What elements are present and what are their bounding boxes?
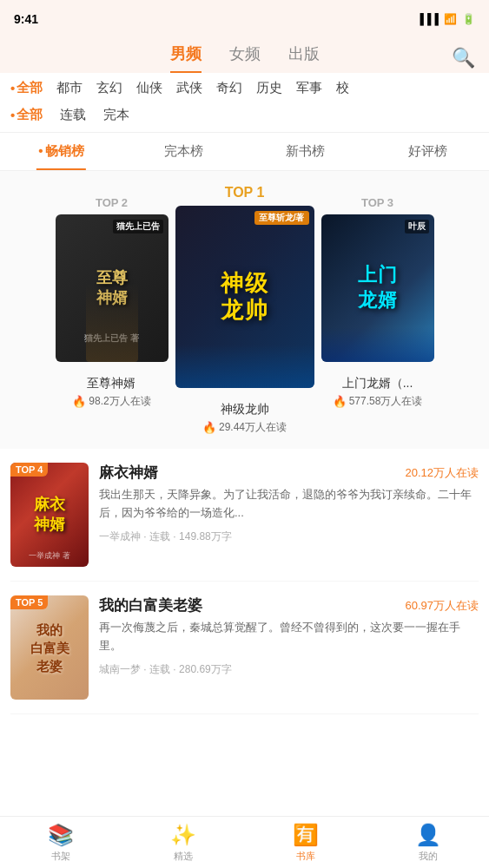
list-title-top5: 我的白富美老婆	[99, 595, 202, 615]
status-all[interactable]: 全部	[10, 107, 43, 123]
top3-wrapper: TOP 2 猫先上已告 至尊神婿 猫先上已告 著 至尊神婿 🔥 98.2万人在读	[0, 171, 489, 435]
top2-title: 至尊神婿	[87, 376, 135, 391]
top2-cover-bg: 猫先上已告 至尊神婿 猫先上已告 著	[56, 214, 169, 362]
nav-featured-label: 精选	[174, 850, 193, 863]
nav-bookshelf[interactable]: 📚 书架	[0, 819, 122, 866]
top-nav-tabs: 男频 女频 出版	[14, 43, 475, 73]
nav-library-label: 书库	[296, 850, 315, 863]
top3-fire-icon: 🔥	[333, 395, 347, 408]
top1-bg-city	[175, 345, 314, 388]
battery-icon: 🔋	[462, 13, 475, 25]
baifumei-title-text: 我的白富美老婆	[30, 621, 69, 675]
top3-cover-bg: 叶辰 上门龙婿	[321, 214, 434, 362]
ranking-tabs: 畅销榜 完本榜 新书榜 好评榜	[0, 133, 489, 171]
top3-section: TOP 2 猫先上已告 至尊神婿 猫先上已告 著 至尊神婿 🔥 98.2万人在读	[0, 171, 489, 449]
top1-author: 至尊斩龙/著	[254, 211, 309, 225]
status-top5: 连载	[149, 663, 170, 675]
cat-qihuan[interactable]: 奇幻	[216, 80, 242, 96]
status-filter: 全部 连载 完本	[0, 103, 489, 133]
library-icon: 🈶	[293, 823, 319, 847]
top1-card[interactable]: TOP 1 至尊斩龙/著 神级龙帅 神级龙帅 🔥 29.44万人在读	[175, 185, 314, 435]
top1-label: TOP 1	[225, 185, 265, 201]
cat-lishi[interactable]: 历史	[256, 80, 282, 96]
tab-male[interactable]: 男频	[170, 43, 202, 73]
list-item-top5[interactable]: 我的白富美老婆 TOP 5 我的白富美老婆 60.97万人在读 再一次侮蔑之后，…	[10, 582, 479, 714]
words-top4: 149.88万字	[179, 530, 232, 542]
status-icons: ▐▐▐ 📶 🔋	[416, 13, 475, 25]
top4-badge: TOP 4	[10, 463, 48, 477]
ranking-tab-complete[interactable]: 完本榜	[122, 133, 245, 170]
top3-card[interactable]: TOP 3 叶辰 上门龙婿 上门龙婿（... 🔥 577.58万人在读	[321, 196, 434, 409]
nav-profile[interactable]: 👤 我的	[367, 819, 489, 866]
top3-title: 上门龙婿（...	[342, 376, 413, 391]
ranking-tab-goodreview[interactable]: 好评榜	[367, 133, 489, 170]
list-info-top4: 麻衣神婿 20.12万人在读 我出生那天，天降异象。为了让我活命，退隐的爷爷为我…	[99, 463, 479, 544]
top2-cover: 猫先上已告 至尊神婿 猫先上已告 著	[56, 214, 169, 362]
list-meta-top4: 一举成神 · 连载 · 149.88万字	[99, 529, 479, 544]
search-icon[interactable]: 🔍	[452, 47, 475, 69]
list-title-top4: 麻衣神婿	[99, 463, 158, 483]
category-filter: 全部 都市 玄幻 仙侠 武侠 奇幻 历史 军事 校	[0, 73, 489, 103]
cat-all[interactable]: 全部	[10, 80, 43, 96]
nav-profile-label: 我的	[419, 850, 438, 863]
top1-fire-icon: 🔥	[202, 421, 216, 434]
cover-mayi: 麻衣神婿 一举成神 著	[10, 463, 89, 567]
list-title-row-top5: 我的白富美老婆 60.97万人在读	[99, 595, 479, 615]
nav-library[interactable]: 🈶 书库	[245, 819, 367, 866]
top2-readers: 🔥 98.2万人在读	[72, 394, 150, 409]
top1-readers: 🔥 29.44万人在读	[202, 420, 287, 435]
top1-title: 神级龙帅	[221, 402, 269, 418]
cat-xuanhuan[interactable]: 玄幻	[96, 80, 122, 96]
list-readers-top4: 20.12万人在读	[405, 465, 479, 481]
top2-figure	[86, 284, 138, 362]
top3-readers: 🔥 577.58万人在读	[333, 394, 423, 409]
top2-fire-icon: 🔥	[72, 395, 86, 408]
mayi-title-text: 麻衣神婿	[34, 495, 65, 536]
top2-author: 猫先上已告	[113, 220, 163, 233]
list-section: 麻衣神婿 一举成神 著 TOP 4 麻衣神婿 20.12万人在读 我出生那天，天…	[0, 449, 489, 714]
list-desc-top5: 再一次侮蔑之后，秦城总算觉醒了。曾经不曾得到的，这次要一一握在手里。	[99, 619, 479, 655]
list-desc-top4: 我出生那天，天降异象。为了让我活命，退隐的爷爷为我订亲续命。二十年后，因为爷爷给…	[99, 486, 479, 523]
featured-icon: ✨	[170, 823, 196, 847]
list-info-top5: 我的白富美老婆 60.97万人在读 再一次侮蔑之后，秦城总算觉醒了。曾经不曾得到…	[99, 595, 479, 677]
tab-female[interactable]: 女频	[229, 43, 261, 73]
tab-publish[interactable]: 出版	[288, 43, 320, 73]
mayi-subtitle: 一举成神 著	[29, 550, 70, 562]
cover-baifumei: 我的白富美老婆	[10, 595, 89, 700]
top3-info: 上门龙婿（... 🔥 577.58万人在读	[333, 369, 423, 409]
top1-cover-bg: 至尊斩龙/著 神级龙帅	[175, 206, 314, 388]
ranking-tab-newbook[interactable]: 新书榜	[245, 133, 367, 170]
cat-dushi[interactable]: 都市	[56, 80, 83, 96]
status-top4: 连载	[149, 530, 170, 542]
bottom-spacer	[0, 714, 489, 775]
cat-wuxia[interactable]: 武侠	[176, 80, 202, 96]
wifi-icon: 📶	[444, 13, 457, 25]
list-item-top4[interactable]: 麻衣神婿 一举成神 著 TOP 4 麻衣神婿 20.12万人在读 我出生那天，天…	[10, 449, 479, 582]
status-serialized[interactable]: 连载	[60, 107, 86, 123]
nav-featured[interactable]: ✨ 精选	[122, 819, 245, 866]
ranking-tab-bestseller[interactable]: 畅销榜	[0, 133, 122, 170]
top1-title-text: 神级龙帅	[221, 270, 269, 324]
cat-junshi[interactable]: 军事	[296, 80, 322, 96]
status-bar: 9:41 ▐▐▐ 📶 🔋	[0, 0, 489, 38]
top1-info: 神级龙帅 🔥 29.44万人在读	[202, 395, 287, 435]
top2-card[interactable]: TOP 2 猫先上已告 至尊神婿 猫先上已告 著 至尊神婿 🔥 98.2万人在读	[56, 196, 169, 409]
top3-bg	[321, 327, 434, 362]
cat-xianxia[interactable]: 仙侠	[136, 80, 162, 96]
signal-icon: ▐▐▐	[416, 13, 439, 25]
cat-more[interactable]: 校	[336, 80, 349, 96]
top3-title-text: 上门龙婿	[358, 263, 398, 312]
top1-cover: 至尊斩龙/著 神级龙帅	[175, 206, 314, 388]
status-complete[interactable]: 完本	[103, 107, 129, 123]
top2-info: 至尊神婿 🔥 98.2万人在读	[72, 369, 150, 409]
bookshelf-icon: 📚	[48, 823, 74, 847]
status-time: 9:41	[14, 12, 38, 26]
top5-badge: TOP 5	[10, 595, 48, 609]
author-top4: 一举成神	[99, 530, 141, 542]
top2-label: TOP 2	[96, 196, 128, 209]
profile-icon: 👤	[415, 823, 441, 847]
top3-cover: 叶辰 上门龙婿	[321, 214, 434, 362]
list-cover-top4: 麻衣神婿 一举成神 著 TOP 4	[10, 463, 89, 567]
bottom-nav: 📚 书架 ✨ 精选 🈶 书库 👤 我的	[0, 816, 489, 868]
top-nav: 男频 女频 出版 🔍	[0, 38, 489, 73]
